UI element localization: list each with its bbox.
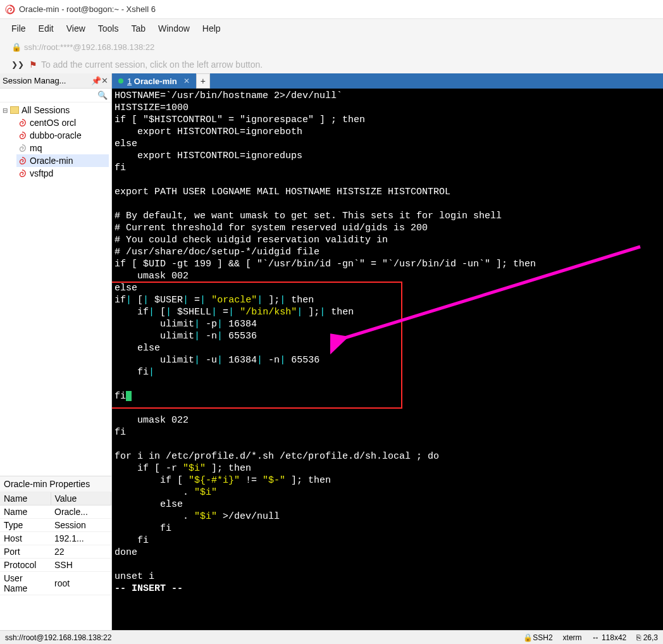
session-search[interactable]: 🔍 (0, 89, 111, 102)
terminal-line: HOSTNAME=`/usr/bin/hostname 2>/dev/null` (115, 90, 660, 102)
window-title: Oracle-min - root@bogon:~ - Xshell 6 (19, 4, 156, 14)
session-icon (18, 169, 27, 178)
pin-icon[interactable]: 📌 (91, 76, 100, 85)
session-item[interactable]: dubbo-oracle (16, 129, 109, 142)
terminal-line: . "$i" >/dev/null (115, 511, 660, 523)
session-label: mq (30, 143, 42, 153)
prop-value: Oracle... (51, 505, 111, 519)
search-icon: 🔍 (97, 90, 108, 100)
session-label: Oracle-min (30, 156, 73, 166)
terminal-line: # /usr/share/doc/setup-*/uidgid file (115, 246, 660, 258)
session-tree[interactable]: ⊟ All Sessions centOS orcldubbo-oraclemq… (0, 102, 111, 476)
terminal-line: -- INSERT -- (115, 583, 660, 595)
session-icon (18, 144, 27, 152)
prop-header-name: Name (0, 492, 51, 505)
terminal-line (115, 378, 660, 390)
prop-name: Port (0, 545, 51, 559)
prop-header-value: Value (51, 492, 111, 505)
root-label: All Sessions (22, 105, 70, 115)
expand-icon[interactable]: ⊟ (3, 107, 8, 114)
terminal-line (115, 402, 660, 414)
titlebar: Oracle-min - root@bogon:~ - Xshell 6 (0, 0, 663, 19)
terminal-line: fi (115, 523, 660, 535)
prop-value: 192.1... (51, 532, 111, 545)
menu-tools[interactable]: Tools (98, 23, 119, 34)
prop-value: Session (51, 519, 111, 532)
svg-point-0 (6, 5, 15, 14)
tree-root[interactable]: ⊟ All Sessions (3, 105, 109, 115)
address-url: ssh://root:****@192.168.198.138:22 (24, 42, 154, 52)
prop-name: Type (0, 519, 51, 532)
property-row: TypeSession (0, 519, 111, 532)
terminal-line: # By default, we want umask to get set. … (115, 210, 660, 222)
menu-window[interactable]: Window (158, 23, 190, 34)
tab-add-button[interactable]: + (196, 73, 210, 89)
tipbar: ❯❯ ⚑ To add the current session, click o… (0, 56, 663, 73)
tab-oracle-min[interactable]: 1 Oracle-min ✕ (112, 73, 196, 89)
terminal-line (115, 438, 660, 450)
statusbar: ssh://root@192.168.198.138:22 🔒SSH2 xter… (0, 630, 663, 644)
menu-edit[interactable]: Edit (39, 23, 54, 34)
terminal-line: ulimit| -p| 16384 (115, 318, 660, 330)
terminal-line (115, 198, 660, 210)
terminal-line: fi| (115, 366, 660, 378)
content-area: 1 Oracle-min ✕ + HOSTNAME=`/usr/bin/host… (112, 73, 663, 630)
terminal-line: unset i (115, 571, 660, 583)
menu-tab[interactable]: Tab (131, 23, 146, 34)
tab-number: 1 (127, 77, 132, 86)
session-item[interactable]: Oracle-min (16, 154, 109, 167)
session-icon (18, 131, 27, 140)
session-item[interactable]: centOS orcl (16, 116, 109, 129)
menu-help[interactable]: Help (202, 23, 221, 34)
session-label: dubbo-oracle (30, 130, 82, 140)
terminal-line: if [ "$HISTCONTROL" = "ignorespace" ] ; … (115, 114, 660, 126)
terminal-line (115, 559, 660, 571)
properties-table: Name Value NameOracle...TypeSessionHost1… (0, 492, 111, 595)
status-ssh: SSH2 (533, 633, 552, 642)
terminal[interactable]: HOSTNAME=`/usr/bin/hostname 2>/dev/null`… (112, 89, 663, 630)
session-label: centOS orcl (30, 118, 76, 128)
terminal-line: if| [| $USER| =| "oracle"| ];| then (115, 294, 660, 306)
terminal-line: fi (115, 426, 660, 438)
lock-icon: 🔒 (11, 42, 22, 52)
property-row: ProtocolSSH (0, 559, 111, 572)
property-row: NameOracle... (0, 505, 111, 519)
prop-value: 22 (51, 545, 111, 559)
menu-view[interactable]: View (66, 23, 85, 34)
status-dot-icon (118, 78, 123, 84)
flag-icon: ⚑ (29, 59, 37, 70)
terminal-line: if [ $UID -gt 199 ] && [ "`/usr/bin/id -… (115, 258, 660, 270)
tab-label: Oracle-min (134, 77, 177, 86)
panel-title: Session Manag... (3, 76, 91, 85)
session-item[interactable]: vsftpd (16, 167, 109, 180)
prop-name: Host (0, 532, 51, 545)
terminal-line: fi (115, 162, 660, 174)
session-panel-header: Session Manag... 📌 ✕ (0, 73, 111, 89)
close-panel-icon[interactable]: ✕ (100, 76, 109, 85)
terminal-line: export HISTCONTROL=ignoreboth (115, 126, 660, 138)
terminal-line: export HISTCONTROL=ignoredups (115, 150, 660, 162)
prop-name: Protocol (0, 559, 51, 572)
tip-text: To add the current session, click on the… (41, 59, 263, 70)
terminal-line: else (115, 138, 660, 150)
terminal-line: else (115, 498, 660, 511)
menu-file[interactable]: File (11, 23, 26, 34)
session-item[interactable]: mq (16, 142, 109, 154)
chevron-icon[interactable]: ❯❯ (11, 60, 24, 69)
terminal-line: if [ -r "$i" ]; then (115, 462, 660, 474)
app-icon (5, 4, 15, 15)
prop-value: SSH (51, 559, 111, 572)
terminal-line: . "$i" (115, 486, 660, 498)
terminal-line: # Current threshold for system reserved … (115, 222, 660, 234)
terminal-line: for i in /etc/profile.d/*.sh /etc/profil… (115, 450, 660, 462)
status-left: ssh://root@192.168.198.138:22 (5, 633, 111, 642)
terminal-line: done (115, 547, 660, 559)
terminal-line: umask 002 (115, 270, 660, 282)
addressbar[interactable]: 🔒 ssh://root:****@192.168.198.138:22 (0, 38, 663, 56)
terminal-line: ulimit| -u| 16384| -n| 65536 (115, 354, 660, 366)
menubar: File Edit View Tools Tab Window Help (0, 19, 663, 38)
terminal-line: if| [| $SHELL| =| "/bin/ksh"| ];| then (115, 306, 660, 318)
lock-icon: 🔒 (523, 633, 533, 642)
terminal-line: HISTSIZE=1000 (115, 102, 660, 114)
tab-close-icon[interactable]: ✕ (183, 77, 190, 85)
